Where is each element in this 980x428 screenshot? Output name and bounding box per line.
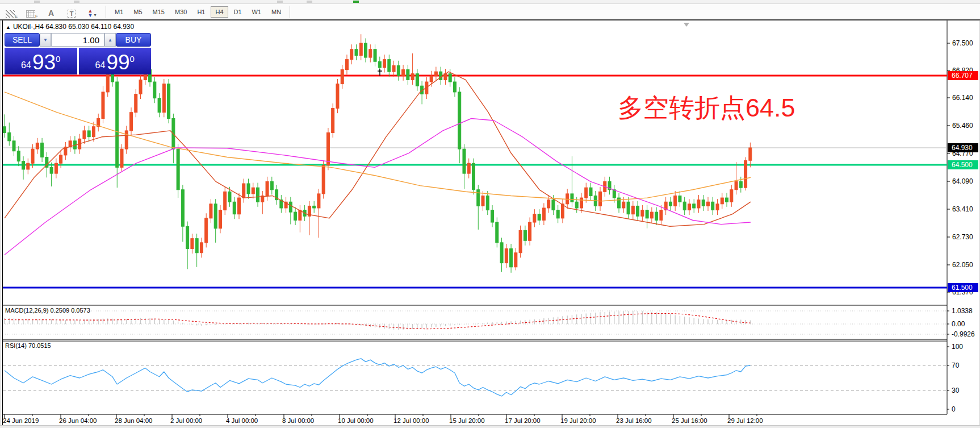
svg-text:0.00: 0.00: [952, 320, 965, 328]
time-axis[interactable]: 24 Jun 201926 Jun 04:0028 Jun 04:002 Jul…: [3, 414, 763, 424]
chart-text-annotation[interactable]: 多空转折点64.5: [618, 91, 795, 125]
svg-text:1.0338: 1.0338: [952, 307, 973, 315]
price-axis[interactable]: 67.50066.82066.14065.46064.77064.09063.4…: [947, 39, 978, 296]
volume-dropdown-button[interactable]: ▼: [40, 33, 51, 47]
bid-price-panel[interactable]: 64930: [5, 48, 77, 74]
macd-indicator-label: MACD(12,26,9) 0.2509 0.0573: [5, 307, 90, 314]
status-bar-remnant: [0, 425, 980, 428]
indicator-gridlines: [3, 311, 947, 390]
svg-text:26 Jun 04:00: 26 Jun 04:00: [59, 417, 97, 424]
ask-price-pip: 0: [130, 55, 135, 63]
resistance-price-badge-label: 66.707: [952, 72, 973, 80]
svg-text:10 Jul 00:00: 10 Jul 00:00: [338, 417, 374, 424]
support-price-badge-label: 64.500: [952, 161, 973, 169]
svg-text:70: 70: [952, 361, 960, 369]
svg-text:0: 0: [952, 405, 956, 413]
chart-symbol-title: ▲UKOil-,H4 64.830 65.030 64.110 64.930: [6, 23, 134, 31]
svg-text:66.140: 66.140: [952, 94, 973, 102]
svg-text:63.410: 63.410: [952, 205, 973, 213]
rsi-indicator-label: RSI(14) 70.0515: [5, 342, 51, 349]
lower-price-badge-label: 61.500: [952, 284, 973, 292]
svg-text:65.460: 65.460: [952, 122, 973, 130]
svg-text:29 Jul 12:00: 29 Jul 12:00: [727, 417, 763, 424]
svg-text:64.090: 64.090: [952, 177, 973, 185]
bid-price-pip: 0: [56, 55, 60, 63]
svg-text:25 Jul 16:00: 25 Jul 16:00: [672, 417, 707, 424]
svg-text:62.050: 62.050: [952, 261, 973, 269]
svg-text:-0.9926: -0.9926: [952, 330, 975, 338]
cursor-cross-marker: [378, 69, 382, 76]
svg-text:17 Jul 20:00: 17 Jul 20:00: [505, 417, 541, 424]
ask-price-main: 99: [106, 52, 129, 73]
volume-increase-button[interactable]: ▲: [104, 33, 116, 47]
svg-text:28 Jun 04:00: 28 Jun 04:00: [115, 417, 153, 424]
svg-text:19 Jul 20:00: 19 Jul 20:00: [560, 417, 596, 424]
trading-terminal-window: E F A T ▲▼ ▾ M1M5M15M30H1H4D1W1MN 67.500…: [0, 0, 980, 428]
indicator-axis: 1.03380.00-0.992610070300: [947, 307, 975, 413]
ask-price-prefix: 64: [95, 58, 106, 73]
buy-button[interactable]: BUY: [116, 33, 151, 47]
svg-text:100: 100: [952, 343, 963, 351]
svg-text:8 Jul 00:00: 8 Jul 00:00: [282, 417, 314, 424]
ask-price-panel[interactable]: 64990: [79, 48, 152, 74]
svg-text:67.500: 67.500: [952, 39, 973, 47]
macd-signal-line: [5, 314, 750, 329]
one-click-trading-widget: SELL ▼ 1.00 ▲ BUY 64930 64990: [5, 33, 151, 74]
svg-text:62.730: 62.730: [952, 233, 973, 241]
svg-text:2 Jul 00:00: 2 Jul 00:00: [170, 417, 202, 424]
svg-text:12 Jul 00:00: 12 Jul 00:00: [393, 417, 429, 424]
current-price-badge-label: 64.930: [952, 144, 973, 152]
bid-price-main: 93: [32, 52, 56, 73]
svg-text:24 Jun 2019: 24 Jun 2019: [3, 417, 39, 424]
symbol-ohlc-text: UKOil-,H4 64.830 65.030 64.110 64.930: [13, 23, 134, 31]
volume-input[interactable]: 1.00: [51, 33, 104, 47]
shift-marker-icon[interactable]: [684, 23, 689, 27]
collapse-triangle-icon[interactable]: ▲: [6, 24, 11, 30]
svg-text:23 Jul 16:00: 23 Jul 16:00: [616, 417, 652, 424]
sell-button[interactable]: SELL: [5, 33, 40, 47]
svg-text:4 Jul 00:00: 4 Jul 00:00: [226, 417, 258, 424]
bid-price-prefix: 64: [21, 58, 31, 73]
svg-text:30: 30: [952, 387, 960, 394]
svg-text:15 Jul 20:00: 15 Jul 20:00: [449, 417, 485, 424]
